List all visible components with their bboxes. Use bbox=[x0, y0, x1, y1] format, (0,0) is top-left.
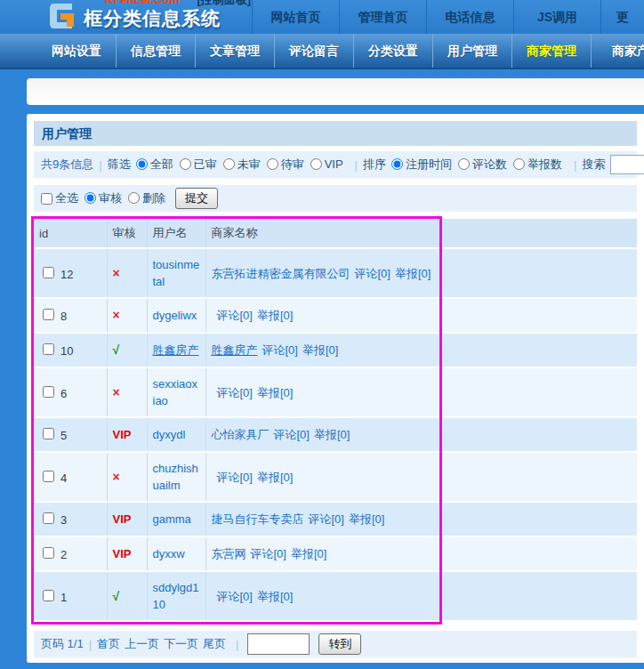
main-nav-item[interactable]: 评论留言 bbox=[275, 34, 354, 68]
row-checkbox[interactable] bbox=[43, 386, 54, 398]
row-checkbox[interactable] bbox=[43, 428, 54, 439]
reports-link[interactable]: 举报[0] bbox=[349, 512, 384, 526]
merchant-name-link[interactable]: 心怡家具厂 bbox=[212, 428, 270, 441]
main-nav-item[interactable]: 商家产 bbox=[592, 34, 644, 68]
row-id: 6 bbox=[60, 387, 67, 400]
filter-option[interactable]: 待审 bbox=[267, 157, 304, 173]
sort-option[interactable]: 评论数 bbox=[458, 157, 507, 173]
main-nav-item-active[interactable]: 商家管理 bbox=[512, 34, 592, 68]
row-checkbox[interactable] bbox=[43, 343, 54, 355]
action-option[interactable]: 删除 bbox=[128, 190, 165, 206]
comments-link[interactable]: 评论[0] bbox=[217, 309, 253, 322]
audit-cell: × bbox=[107, 248, 147, 298]
reports-link[interactable]: 举报[0] bbox=[395, 267, 431, 280]
username-link[interactable]: sexxiaoxiao bbox=[153, 377, 198, 407]
reports-link[interactable]: 举报[0] bbox=[257, 386, 293, 399]
goto-button[interactable]: 转到 bbox=[318, 633, 361, 655]
merchant-name-link[interactable]: 捷马自行车专卖店 bbox=[212, 512, 304, 526]
id-cell: 2 bbox=[34, 536, 107, 571]
comments-link[interactable]: 评论[0] bbox=[309, 512, 344, 526]
reports-link[interactable]: 举报[0] bbox=[291, 547, 326, 560]
comments-link[interactable]: 评论[0] bbox=[355, 267, 390, 280]
site-url-link[interactable]: KFenLei.Com bbox=[105, 0, 180, 6]
main-nav-item[interactable]: 用户管理 bbox=[433, 34, 512, 68]
select-all[interactable]: 全选 bbox=[41, 190, 78, 206]
filter-option-radio[interactable] bbox=[223, 158, 235, 170]
main-nav-item[interactable]: 网站设置 bbox=[37, 34, 117, 68]
filter-option[interactable]: 已审 bbox=[180, 157, 217, 173]
comments-link[interactable]: 评论[0] bbox=[262, 343, 298, 357]
username-link[interactable]: dyxxw bbox=[153, 547, 185, 560]
main-nav-item[interactable]: 文章管理 bbox=[196, 34, 275, 68]
sort-option-radio[interactable] bbox=[513, 158, 525, 170]
reports-link[interactable]: 举报[0] bbox=[314, 428, 350, 441]
sort-option-radio[interactable] bbox=[458, 158, 470, 170]
filter-options: 全部已审未审待审VIP bbox=[136, 157, 350, 173]
id-cell: 6 bbox=[34, 367, 107, 417]
username-link[interactable]: tousinmetal bbox=[153, 258, 200, 288]
action-option-radio[interactable] bbox=[85, 192, 96, 204]
comments-link[interactable]: 评论[0] bbox=[274, 428, 310, 441]
next-page-link[interactable]: 下一页 bbox=[164, 636, 198, 652]
merchant-cell: 评论[0]举报[0] bbox=[205, 298, 637, 333]
username-link[interactable]: 胜鑫房产 bbox=[153, 343, 199, 357]
filter-option-radio[interactable] bbox=[267, 158, 278, 170]
sort-option[interactable]: 注册时间 bbox=[391, 157, 452, 173]
row-checkbox[interactable] bbox=[43, 547, 54, 559]
username-link[interactable]: dyxydl bbox=[153, 428, 186, 441]
goto-page-input[interactable] bbox=[247, 633, 310, 655]
row-checkbox[interactable] bbox=[43, 267, 54, 278]
action-option-radio[interactable] bbox=[128, 192, 140, 204]
merchant-name-link[interactable]: 胜鑫房产 bbox=[212, 343, 258, 357]
filter-option[interactable]: 未审 bbox=[223, 157, 261, 173]
row-checkbox[interactable] bbox=[43, 512, 54, 524]
audit-cell: VIP bbox=[107, 502, 147, 536]
row-id: 2 bbox=[60, 548, 67, 561]
top-nav-item[interactable]: 电话信息 bbox=[426, 0, 513, 34]
comments-link[interactable]: 评论[0] bbox=[217, 386, 253, 399]
top-nav-item[interactable]: JS调用 bbox=[513, 0, 600, 34]
sort-option-radio[interactable] bbox=[391, 158, 403, 170]
merchant-name-link[interactable]: 东营网 bbox=[212, 547, 246, 560]
reports-link[interactable]: 举报[0] bbox=[302, 343, 338, 357]
row-checkbox[interactable] bbox=[43, 309, 54, 320]
row-checkbox[interactable] bbox=[43, 590, 54, 601]
control-panel-link[interactable]: [控制面板] bbox=[197, 0, 251, 6]
username-link[interactable]: gamma bbox=[153, 512, 191, 526]
audit-status: × bbox=[113, 470, 120, 484]
action-option[interactable]: 审核 bbox=[85, 190, 122, 206]
main-nav-item[interactable]: 分类设置 bbox=[354, 34, 433, 68]
username-cell: sddylgd110 bbox=[147, 571, 205, 621]
username-link[interactable]: dygeliwx bbox=[153, 309, 197, 322]
main-nav-item[interactable]: 信息管理 bbox=[117, 34, 196, 68]
comments-link[interactable]: 评论[0] bbox=[217, 471, 253, 484]
merchant-name-link[interactable]: 东营拓进精密金属有限公司 bbox=[212, 267, 350, 280]
reports-link[interactable]: 举报[0] bbox=[257, 309, 293, 322]
submit-button[interactable]: 提交 bbox=[175, 188, 218, 209]
top-nav-item[interactable]: 网站首页 bbox=[252, 0, 339, 34]
filter-option-radio[interactable] bbox=[136, 158, 148, 170]
username-cell: 胜鑫房产 bbox=[147, 333, 205, 367]
comments-link[interactable]: 评论[0] bbox=[217, 590, 253, 603]
top-nav-item[interactable]: 管理首页 bbox=[339, 0, 426, 34]
username-link[interactable]: sddylgd110 bbox=[153, 581, 199, 611]
filter-option-radio[interactable] bbox=[310, 158, 322, 170]
top-nav-item[interactable]: 更 bbox=[600, 0, 644, 34]
separator: | bbox=[574, 158, 576, 172]
filter-option-label: 未审 bbox=[237, 157, 261, 173]
sort-option-label: 举报数 bbox=[527, 157, 562, 173]
comments-link[interactable]: 评论[0] bbox=[251, 547, 286, 560]
username-link[interactable]: chuzhishuailm bbox=[153, 462, 198, 492]
first-page-link[interactable]: 首页 bbox=[97, 636, 120, 652]
reports-link[interactable]: 举报[0] bbox=[257, 590, 293, 603]
filter-option-radio[interactable] bbox=[180, 158, 191, 170]
row-checkbox[interactable] bbox=[43, 471, 54, 482]
filter-option[interactable]: VIP bbox=[310, 157, 343, 171]
prev-page-link[interactable]: 上一页 bbox=[125, 636, 159, 652]
select-all-checkbox[interactable] bbox=[41, 193, 52, 205]
filter-option[interactable]: 全部 bbox=[136, 157, 173, 173]
reports-link[interactable]: 举报[0] bbox=[257, 471, 293, 484]
last-page-link[interactable]: 尾页 bbox=[203, 636, 226, 652]
search-input[interactable] bbox=[610, 155, 644, 174]
sort-option[interactable]: 举报数 bbox=[513, 157, 562, 173]
